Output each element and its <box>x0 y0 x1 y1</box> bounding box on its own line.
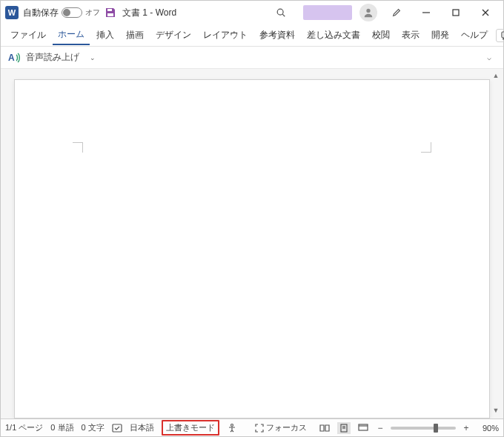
app-window: W 自動保存 オフ 文書 1 - Word ファイル ホーム 挿入 <box>0 0 504 437</box>
autosave-label: 自動保存 <box>23 7 59 19</box>
svg-rect-0 <box>107 9 112 11</box>
view-web-icon[interactable] <box>357 422 370 434</box>
svg-line-3 <box>282 14 285 16</box>
svg-point-4 <box>366 9 370 13</box>
readaloud-label[interactable]: 音声読み上げ <box>26 51 79 64</box>
svg-rect-1 <box>107 13 113 16</box>
tab-design[interactable]: デザイン <box>150 26 196 44</box>
statusbar: 1/1 ページ 0 単語 0 文字 日本語 上書きモード フォーカス − + 9… <box>1 418 503 436</box>
pen-icon[interactable] <box>386 1 407 24</box>
vertical-scrollbar[interactable]: ▲ ▼ <box>491 72 500 416</box>
toggle-icon <box>62 7 82 18</box>
user-name-box[interactable] <box>303 5 352 20</box>
document-area: ▲ ▼ <box>1 69 503 418</box>
tab-developer[interactable]: 開発 <box>426 26 454 44</box>
status-overtype-mode[interactable]: 上書きモード <box>162 420 219 436</box>
zoom-in-button[interactable]: + <box>462 423 471 433</box>
margin-marker-top-right <box>421 142 431 153</box>
accessibility-icon[interactable] <box>227 423 237 433</box>
tab-help[interactable]: ヘルプ <box>456 26 493 44</box>
titlebar: W 自動保存 オフ 文書 1 - Word <box>1 1 503 24</box>
window-controls <box>411 1 500 24</box>
tab-layout[interactable]: レイアウト <box>198 26 253 44</box>
scroll-up-icon[interactable]: ▲ <box>493 72 500 81</box>
status-language[interactable]: 日本語 <box>130 422 154 433</box>
svg-rect-12 <box>113 424 122 432</box>
autosave-toggle[interactable]: 自動保存 オフ <box>23 7 100 19</box>
collapse-ribbon-icon[interactable]: ⌵ <box>487 53 496 61</box>
tab-draw[interactable]: 描画 <box>121 26 149 44</box>
tab-view[interactable]: 表示 <box>397 26 425 44</box>
tab-file[interactable]: ファイル <box>5 26 51 44</box>
document-page[interactable] <box>14 79 490 418</box>
margin-marker-top-left <box>73 142 83 153</box>
tab-mailings[interactable]: 差し込み文書 <box>302 26 365 44</box>
account-icon[interactable] <box>359 4 377 21</box>
tab-review[interactable]: 校閲 <box>367 26 395 44</box>
zoom-out-button[interactable]: − <box>376 423 385 433</box>
quick-toolbar: A 音声読み上げ ⌄ ⌵ <box>1 47 503 69</box>
view-controls: − + 90% <box>318 422 499 434</box>
view-print-icon[interactable] <box>337 422 351 434</box>
spellcheck-icon[interactable] <box>112 424 122 433</box>
tab-references[interactable]: 参考資料 <box>254 26 300 44</box>
status-focus-label: フォーカス <box>266 422 307 433</box>
tab-insert[interactable]: 挿入 <box>91 26 119 44</box>
readaloud-icon: A <box>8 52 21 64</box>
view-read-icon[interactable] <box>318 422 331 434</box>
svg-rect-6 <box>453 10 459 16</box>
maximize-button[interactable] <box>441 1 471 24</box>
svg-text:A: A <box>8 53 15 63</box>
document-title: 文書 1 - Word <box>122 7 176 19</box>
minimize-button[interactable] <box>411 1 441 24</box>
comments-button[interactable]: ▾ <box>496 29 504 42</box>
zoom-value[interactable]: 90% <box>477 424 499 433</box>
svg-point-13 <box>231 424 233 426</box>
save-button[interactable] <box>105 7 116 19</box>
tab-home[interactable]: ホーム <box>53 25 90 45</box>
status-words[interactable]: 0 単語 <box>50 422 73 433</box>
scroll-down-icon[interactable]: ▼ <box>493 407 500 416</box>
word-app-icon: W <box>5 6 19 19</box>
status-page[interactable]: 1/1 ページ <box>5 422 43 433</box>
svg-point-2 <box>277 9 283 15</box>
zoom-thumb[interactable] <box>434 424 438 433</box>
zoom-slider[interactable] <box>391 427 456 430</box>
ribbon-tabs: ファイル ホーム 挿入 描画 デザイン レイアウト 参考資料 差し込み文書 校閲… <box>1 24 503 47</box>
readaloud-dropdown-icon[interactable]: ⌄ <box>90 54 96 61</box>
search-button[interactable] <box>266 1 296 24</box>
close-button[interactable] <box>471 1 500 24</box>
autosave-state: オフ <box>85 7 100 18</box>
status-chars[interactable]: 0 文字 <box>82 422 105 433</box>
svg-rect-17 <box>359 424 368 430</box>
status-focus[interactable]: フォーカス <box>255 422 307 433</box>
